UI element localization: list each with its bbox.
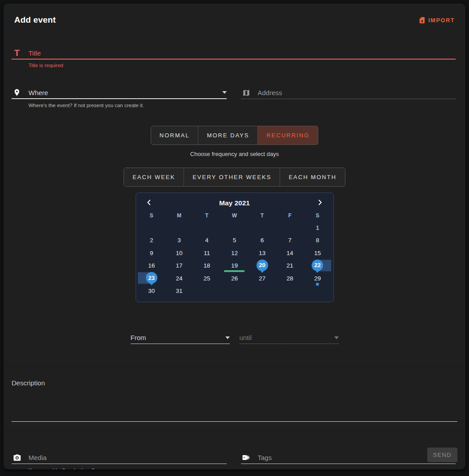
calendar-day-14[interactable]: 14 <box>276 247 304 260</box>
from-dropdown-caret-icon[interactable] <box>225 336 230 339</box>
description-textarea[interactable]: Description <box>12 379 457 422</box>
tags-column <box>241 452 456 469</box>
send-button-row: SEND <box>427 448 457 462</box>
event-dot-indicator <box>316 283 319 286</box>
frequency-hint-text: Choose frequency and select days <box>4 151 465 157</box>
tab-recurring[interactable]: RECURRING <box>258 126 318 144</box>
frequency-button-group: EACH WEEKEVERY OTHER WEEKSEACH MONTH <box>124 168 345 187</box>
where-dropdown-caret-icon[interactable] <box>222 91 227 94</box>
tab-more-days[interactable]: MORE DAYS <box>198 126 258 144</box>
calendar-header: May 2021 <box>138 196 332 209</box>
calendar-day-11[interactable]: 11 <box>193 247 220 260</box>
import-label: IMPORT <box>428 17 455 24</box>
calendar-empty-cell <box>138 221 165 234</box>
media-field-row[interactable] <box>12 452 227 464</box>
calendar-day-16[interactable]: 16 <box>138 260 165 272</box>
calendar-day-4[interactable]: 4 <box>193 234 220 247</box>
calendar-day-21[interactable]: 21 <box>276 260 304 272</box>
media-tags-row: You can add a flyer (optional) <box>12 452 456 469</box>
calendar-day-17[interactable]: 17 <box>165 260 193 272</box>
title-field-row: T <box>12 47 456 60</box>
calendar-day-3[interactable]: 3 <box>165 234 193 247</box>
calendar-day-24[interactable]: 24 <box>165 272 193 285</box>
selected-day-bubble: 22 <box>312 260 323 271</box>
weekday-header: M <box>165 212 193 219</box>
tab-normal[interactable]: NORMAL <box>151 126 199 144</box>
calendar-prev-month-button[interactable] <box>144 198 154 208</box>
address-column <box>241 87 456 108</box>
calendar-day-7[interactable]: 7 <box>276 234 304 247</box>
calendar-next-month-button[interactable] <box>315 198 325 208</box>
calendar-day-1[interactable]: 1 <box>304 221 331 234</box>
frequency-button-each-month[interactable]: EACH MONTH <box>280 168 345 186</box>
calendar-day-19[interactable]: 19 <box>220 260 248 272</box>
chevron-right-icon <box>317 199 323 207</box>
address-input[interactable] <box>258 87 456 99</box>
from-time-input[interactable] <box>131 332 222 344</box>
calendar-empty-cell <box>249 221 276 234</box>
calendar-empty-cell <box>220 285 248 298</box>
frequency-button-each-week[interactable]: EACH WEEK <box>124 168 184 186</box>
frequency-button-every-other-weeks[interactable]: EVERY OTHER WEEKS <box>184 168 280 186</box>
calendar-day-31[interactable]: 31 <box>165 285 193 298</box>
calendar-wrapper: May 2021 SMTWTFS 12345678910111213141516… <box>4 192 465 302</box>
calendar-day-6[interactable]: 6 <box>249 234 276 247</box>
calendar-day-23[interactable]: 23 <box>138 272 165 285</box>
where-column: Where's the event? If not present you ca… <box>12 87 227 108</box>
calendar-day-27[interactable]: 27 <box>249 272 276 285</box>
calendar-empty-cell <box>304 285 331 298</box>
page-title: Add event <box>14 15 56 25</box>
weekday-header: T <box>249 212 276 219</box>
selected-day-bubble: 23 <box>146 272 157 284</box>
calendar-day-12[interactable]: 12 <box>220 247 248 260</box>
title-input[interactable] <box>28 47 456 59</box>
calendar-day-22[interactable]: 22 <box>304 260 331 272</box>
description-label: Description <box>12 379 457 387</box>
tags-icon <box>241 453 252 462</box>
calendar: May 2021 SMTWTFS 12345678910111213141516… <box>136 192 334 302</box>
weekday-header: W <box>220 212 248 219</box>
calendar-day-18[interactable]: 18 <box>193 260 220 272</box>
calendar-day-5[interactable]: 5 <box>220 234 248 247</box>
from-time-select[interactable] <box>131 332 230 344</box>
calendar-weekday-header-row: SMTWTFS <box>138 212 332 219</box>
calendar-day-15[interactable]: 15 <box>304 247 331 260</box>
tags-input[interactable] <box>258 452 448 464</box>
send-button[interactable]: SEND <box>427 448 457 462</box>
time-range-row <box>4 332 465 344</box>
import-file-download-icon <box>418 16 426 24</box>
calendar-day-2[interactable]: 2 <box>138 234 165 247</box>
location-pin-icon <box>12 88 22 96</box>
calendar-day-30[interactable]: 30 <box>138 285 165 298</box>
until-time-input[interactable] <box>240 332 331 344</box>
calendar-day-9[interactable]: 9 <box>138 247 165 260</box>
camera-icon <box>12 453 22 462</box>
event-type-tab-group: NORMALMORE DAYSRECURRING <box>151 126 318 145</box>
calendar-empty-cell <box>276 221 304 234</box>
until-time-select <box>240 332 339 344</box>
calendar-day-grid: 1234567891011121314151617181920212223242… <box>138 221 332 297</box>
calendar-day-13[interactable]: 13 <box>249 247 276 260</box>
map-icon <box>241 89 252 97</box>
calendar-day-20[interactable]: 20 <box>249 260 276 272</box>
calendar-empty-cell <box>220 221 248 234</box>
weekday-header: F <box>276 212 304 219</box>
media-input[interactable] <box>28 452 227 464</box>
tags-select[interactable] <box>241 452 456 464</box>
add-event-panel: Add event IMPORT T Title is required <box>4 4 465 469</box>
calendar-empty-cell <box>193 285 220 298</box>
calendar-day-8[interactable]: 8 <box>304 234 331 247</box>
calendar-day-25[interactable]: 25 <box>193 272 220 285</box>
calendar-day-29[interactable]: 29 <box>304 272 331 285</box>
calendar-day-26[interactable]: 26 <box>220 272 248 285</box>
where-input[interactable] <box>28 87 219 98</box>
calendar-empty-cell <box>249 285 276 298</box>
where-select[interactable] <box>12 87 227 99</box>
calendar-day-10[interactable]: 10 <box>165 247 193 260</box>
calendar-empty-cell <box>276 285 304 298</box>
address-field-row <box>241 87 456 99</box>
calendar-day-28[interactable]: 28 <box>276 272 304 285</box>
calendar-empty-cell <box>193 221 220 234</box>
import-button[interactable]: IMPORT <box>418 16 455 24</box>
title-error-text: Title is required <box>28 63 456 68</box>
